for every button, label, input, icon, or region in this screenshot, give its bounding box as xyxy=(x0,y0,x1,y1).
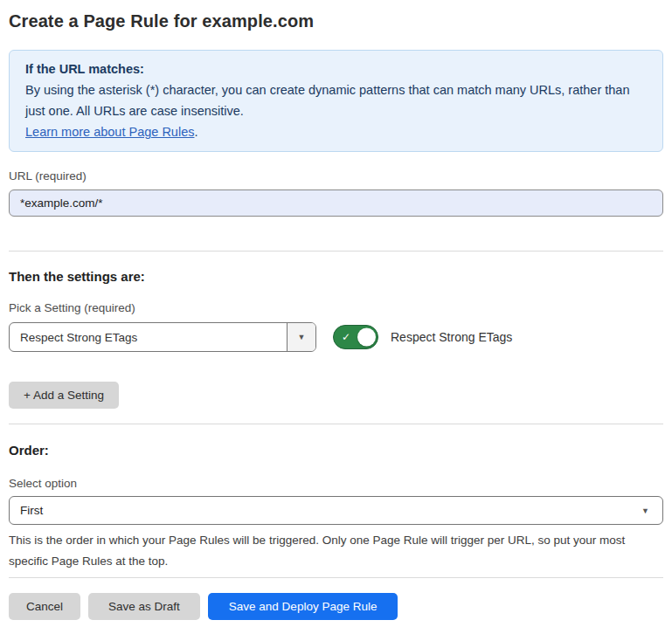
setting-select[interactable]: Respect Strong ETags ▼ xyxy=(9,322,316,352)
page-title: Create a Page Rule for example.com xyxy=(9,10,663,31)
setting-select-value: Respect Strong ETags xyxy=(10,323,287,351)
info-box-body: By using the asterisk (*) character, you… xyxy=(25,79,647,121)
learn-more-link[interactable]: Learn more about Page Rules xyxy=(25,125,194,139)
divider xyxy=(9,577,663,578)
order-select[interactable]: First ▼ xyxy=(9,496,663,525)
url-input[interactable] xyxy=(9,189,663,217)
check-icon: ✓ xyxy=(342,332,350,342)
footer-actions: Cancel Save as Draft Save and Deploy Pag… xyxy=(9,593,663,620)
create-page-rule-form: Create a Page Rule for example.com If th… xyxy=(0,0,672,627)
setting-select-arrow-box[interactable]: ▼ xyxy=(287,323,315,351)
chevron-down-icon: ▼ xyxy=(298,333,306,341)
divider xyxy=(9,251,663,251)
chevron-down-icon: ▼ xyxy=(641,506,649,515)
url-label: URL (required) xyxy=(9,169,663,183)
add-setting-button[interactable]: + Add a Setting xyxy=(9,382,119,409)
pick-setting-label: Pick a Setting (required) xyxy=(9,301,663,315)
info-box-heading: If the URL matches: xyxy=(25,59,647,79)
url-match-info-box: If the URL matches: By using the asteris… xyxy=(9,50,663,152)
setting-row: Respect Strong ETags ▼ ✓ Respect Strong … xyxy=(9,322,663,352)
etags-toggle[interactable]: ✓ xyxy=(333,325,378,349)
order-select-label: Select option xyxy=(9,477,663,491)
toggle-knob xyxy=(357,328,376,347)
order-select-value: First xyxy=(20,504,43,517)
save-as-draft-button[interactable]: Save as Draft xyxy=(88,593,200,620)
info-box-link-line: Learn more about Page Rules. xyxy=(25,121,647,142)
settings-section-heading: Then the settings are: xyxy=(9,269,663,285)
save-and-deploy-button[interactable]: Save and Deploy Page Rule xyxy=(208,593,398,620)
divider xyxy=(9,424,663,424)
link-period: . xyxy=(194,125,197,139)
toggle-label: Respect Strong ETags xyxy=(391,330,512,344)
order-section-heading: Order: xyxy=(9,443,663,458)
order-help-text: This is the order in which your Page Rul… xyxy=(9,530,663,572)
cancel-button[interactable]: Cancel xyxy=(9,593,80,620)
